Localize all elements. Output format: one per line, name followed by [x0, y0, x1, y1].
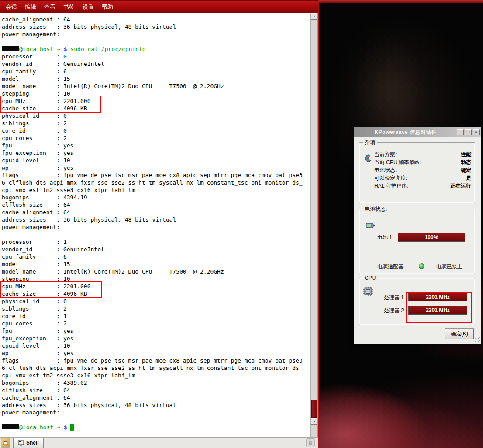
menu-item[interactable]: 会话 [2, 3, 21, 11]
menu-item[interactable]: 设置 [79, 3, 98, 11]
terminal-line: cache size : 4096 KB [2, 290, 310, 298]
minimize-button[interactable]: _ [457, 129, 464, 135]
terminal-line: clflush size : 64 [2, 386, 310, 394]
terminal-body[interactable]: cache_alignment : 64address sizes : 36 b… [0, 13, 318, 437]
konsole-tabbar: Shell ▤ [0, 437, 318, 448]
terminal-prompt-line: @localhost ~ $ [2, 424, 310, 431]
terminal-line [2, 38, 310, 45]
terminal-line: core id : 1 [2, 312, 310, 320]
terminal-line: cpu family : 6 [2, 253, 310, 260]
menu-item[interactable]: 帮助 [98, 3, 117, 11]
cpu-frequency-bar: 2201 MHz [408, 306, 467, 315]
terminal-line: vendor_id : GenuineIntel [2, 246, 310, 253]
terminal-line: processor : 1 [2, 238, 310, 246]
prompt-host: @localhost ~ [19, 424, 60, 431]
ac-adapter-row: 电源适配器 电源已接上 [377, 263, 471, 270]
terminal-line: cpuid level : 10 [2, 342, 310, 349]
battery-group-title: 电池状态: [363, 205, 389, 213]
tab-shell[interactable]: Shell [13, 438, 44, 448]
terminal-line: fpu : yes [2, 142, 310, 149]
dialog-titlebar[interactable]: KPowersave 信息对话框 _ □ × [354, 127, 481, 137]
terminal-line: wp : yes [2, 349, 310, 357]
prompt-dollar: $ [60, 424, 70, 431]
terminal-line: stepping : 10 [2, 90, 310, 97]
terminal-line: model : 15 [2, 260, 310, 268]
terminal-line: physical id : 0 [2, 112, 310, 120]
info-row: 可以设定亮度:是 [374, 174, 471, 182]
processor-label: 处理器 2 [384, 307, 404, 315]
ac-adapter-label: 电源适配器 [377, 263, 404, 270]
ac-adapter-status: 电源已接上 [436, 263, 462, 270]
terminal-line: cache size : 4096 KB [2, 105, 310, 112]
battery-progress-bar: 100% [398, 233, 465, 242]
terminal-line: 6 clflush dts acpi mmx fxsr sse sse2 ss … [2, 179, 310, 186]
info-value: 是 [466, 174, 471, 182]
info-label: 可以设定亮度: [374, 174, 407, 182]
terminal-line: stepping : 10 [2, 275, 310, 283]
terminal-cursor [70, 424, 74, 431]
terminal-line: fpu_exception : yes [2, 335, 310, 342]
info-value: 正在运行 [450, 182, 471, 190]
misc-group: 杂项 z 当前方案:性能当前 CPU 频率策略:动态电池状态:确定可以设定亮度:… [359, 142, 475, 203]
misc-rows: 当前方案:性能当前 CPU 频率策略:动态电池状态:确定可以设定亮度:是HAL … [374, 150, 471, 190]
terminal-output[interactable]: cache_alignment : 64address sizes : 36 b… [0, 13, 310, 437]
info-label: HAL 守护程序: [374, 182, 408, 190]
terminal-line: model name : Intel(R) Core(TM)2 Duo CPU … [2, 268, 310, 275]
processor-row: 处理器 12201 MHz [384, 293, 470, 301]
dialog-title: KPowersave 信息对话框 [355, 129, 456, 136]
terminal-scrollbar[interactable]: ▲ ▼ [310, 13, 317, 437]
info-value: 性能 [461, 151, 471, 158]
terminal-line: vendor_id : GenuineIntel [2, 60, 310, 68]
info-label: 当前 CPU 频率策略: [374, 159, 421, 166]
info-label: 电池状态: [374, 167, 397, 174]
cpu-group: CPU 处理器 12201 MHz处理器 22201 MHz [359, 278, 475, 325]
cpu-rows: 处理器 12201 MHz处理器 22201 MHz [359, 278, 475, 325]
terminal-line: physical id : 0 [2, 298, 310, 305]
terminal-line: cache_alignment : 64 [2, 209, 310, 216]
terminal-line: address sizes : 36 bits physical, 48 bit… [2, 401, 310, 409]
konsole-menubar: 会话编辑查看书签设置帮助 [0, 0, 318, 13]
ac-led-icon [419, 263, 424, 269]
session-list-button[interactable]: ▤ [306, 438, 315, 447]
resize-grip[interactable] [474, 337, 480, 343]
cpu-frequency-bar: 2201 MHz [408, 293, 467, 301]
cpu-frequency-value: 2201 MHz [426, 294, 450, 300]
battery-group: 电池状态: 电池 1 100% 电源适配器 电源已接上 [359, 209, 475, 274]
menu-item[interactable]: 查看 [40, 3, 59, 11]
terminal-prompt-line: @localhost ~ $ sudo cat /proc/cpuinfo [2, 45, 310, 53]
terminal-line: siblings : 2 [2, 120, 310, 127]
tab-label: Shell [26, 440, 39, 446]
terminal-line: flags : fpu vme de pse tsc msr pae mce c… [2, 171, 310, 179]
maximize-button[interactable]: □ [465, 129, 472, 135]
menu-item[interactable]: 编辑 [21, 3, 40, 11]
kpowersave-dialog: KPowersave 信息对话框 _ □ × 杂项 z 当前方案:性能当前 CP… [354, 127, 481, 344]
terminal-line: power management: [2, 223, 310, 231]
info-row: 当前方案:性能 [374, 150, 471, 158]
terminal-line: model : 15 [2, 75, 310, 82]
new-session-button[interactable] [1, 438, 10, 448]
misc-group-title: 杂项 [363, 139, 377, 147]
prompt-host: @localhost ~ [19, 46, 60, 52]
terminal-line: cpu cores : 2 [2, 320, 310, 327]
terminal-line: address sizes : 36 bits physical, 48 bit… [2, 23, 310, 31]
terminal-line: processor : 0 [2, 53, 310, 60]
desktop-top-strip [319, 0, 483, 3]
scroll-up-button[interactable]: ▲ [311, 13, 317, 20]
suspend-icon: z [362, 153, 373, 165]
terminal-line: fpu : yes [2, 327, 310, 335]
prompt-dollar: $ [60, 46, 70, 52]
battery-label: 电池 1 [377, 234, 392, 241]
cpu-frequency-value: 2201 MHz [426, 307, 450, 313]
battery-percentage: 100% [425, 234, 438, 240]
ok-button[interactable]: 确定(K) [445, 329, 474, 339]
menu-item[interactable]: 书签 [59, 3, 79, 11]
terminal-line: cpu cores : 2 [2, 134, 310, 142]
screen: 会话编辑查看书签设置帮助 cache_alignment : 64address… [0, 0, 483, 448]
processor-row: 处理器 22201 MHz [384, 306, 470, 315]
info-value: 确定 [461, 167, 471, 174]
close-button[interactable]: × [473, 129, 480, 135]
scrollbar-thumb[interactable] [311, 400, 317, 418]
svg-text:z: z [369, 154, 371, 157]
scroll-down-button[interactable]: ▼ [311, 418, 317, 425]
info-label: 当前方案: [374, 151, 397, 158]
